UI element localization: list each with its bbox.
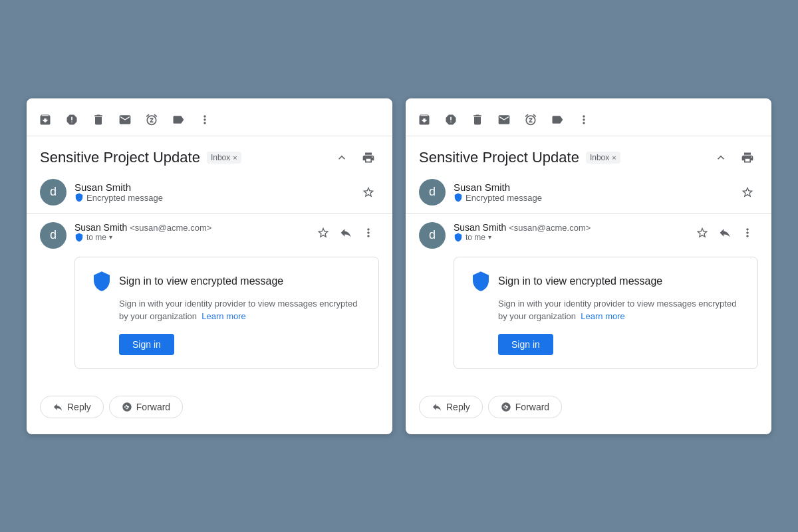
encrypted-label-collapsed-right: Encrypted message xyxy=(466,193,542,203)
encrypted-box-desc-right: Sign in with your identity provider to v… xyxy=(498,297,741,323)
encrypted-row-collapsed-left: Encrypted message xyxy=(74,193,350,203)
spam-icon[interactable] xyxy=(64,112,80,128)
archive-icon[interactable] xyxy=(37,112,53,128)
encrypted-label-collapsed-left: Encrypted message xyxy=(86,193,163,203)
avatar-collapsed-left: d xyxy=(40,179,66,205)
encrypted-box-title-right: Sign in to view encrypted message xyxy=(498,275,662,287)
encrypted-box-desc-left: Sign in with your identity provider to v… xyxy=(119,297,362,323)
star-icon-expanded-left[interactable] xyxy=(313,222,334,243)
encrypted-box-right: Sign in to view encrypted message Sign i… xyxy=(454,257,758,369)
reply-row-right: Reply Forward xyxy=(406,385,771,421)
avatar-expanded-right: d xyxy=(419,222,446,249)
sender-name-collapsed-right: Susan Smith xyxy=(454,182,729,193)
inbox-badge-left: Inbox × xyxy=(207,152,241,164)
subject-row-left: Sensitive Project Update Inbox × xyxy=(27,136,392,174)
star-icon-collapsed-right[interactable] xyxy=(737,182,758,203)
to-me-arrow-right[interactable]: ▾ xyxy=(488,233,491,241)
email-expanded-left: d Susan Smith <susan@acme.com> to me ▾ xyxy=(27,217,392,385)
reply-button-left[interactable]: Reply xyxy=(40,396,104,418)
email-panel-left: Sensitive Project Update Inbox × d Susan… xyxy=(27,98,392,434)
sender-name-collapsed-left: Susan Smith xyxy=(74,182,350,193)
sign-in-button-left[interactable]: Sign in xyxy=(119,334,174,355)
archive-icon-right[interactable] xyxy=(416,112,432,128)
forward-button-left[interactable]: Forward xyxy=(109,396,183,418)
toolbar-left xyxy=(27,109,392,136)
snooze-icon[interactable] xyxy=(144,112,160,128)
sender-collapsed-left: d Susan Smith Encrypted message xyxy=(27,174,392,211)
reply-quick-icon-right[interactable] xyxy=(714,222,735,243)
encrypted-box-title-left: Sign in to view encrypted message xyxy=(119,275,283,287)
sender-expanded-header-left: d Susan Smith <susan@acme.com> to me ▾ xyxy=(40,222,379,249)
label-icon[interactable] xyxy=(170,112,186,128)
star-icon-expanded-right[interactable] xyxy=(692,222,713,243)
sender-collapsed-right: d Susan Smith Encrypted message xyxy=(406,174,771,211)
toolbar-right xyxy=(406,109,771,136)
delete-icon[interactable] xyxy=(90,112,106,128)
more-expanded-icon-right[interactable] xyxy=(737,222,758,243)
sender-actions-right xyxy=(692,222,758,243)
spam-icon-right[interactable] xyxy=(443,112,459,128)
label-icon-right[interactable] xyxy=(549,112,565,128)
email-expanded-right: d Susan Smith <susan@acme.com> to me ▾ xyxy=(406,217,771,385)
subject-row-right: Sensitive Project Update Inbox × xyxy=(406,136,771,174)
avatar-collapsed-right: d xyxy=(419,179,446,205)
avatar-expanded-left: d xyxy=(40,222,66,249)
learn-more-link-right[interactable]: Learn more xyxy=(581,311,624,321)
encrypted-row-collapsed-right: Encrypted message xyxy=(454,193,729,203)
forward-button-right[interactable]: Forward xyxy=(488,396,562,418)
sign-in-button-right[interactable]: Sign in xyxy=(498,334,553,355)
encrypted-box-left: Sign in to view encrypted message Sign i… xyxy=(74,257,379,369)
mark-unread-icon[interactable] xyxy=(117,112,133,128)
reply-row-left: Reply Forward xyxy=(27,385,392,421)
sender-email-right: <susan@acme.com> xyxy=(509,223,591,233)
to-me-row-right: to me ▾ xyxy=(454,233,684,242)
nav-up-icon-right[interactable] xyxy=(710,147,732,168)
more-icon[interactable] xyxy=(197,112,213,128)
email-panel-right: Sensitive Project Update Inbox × d Susan… xyxy=(406,98,771,434)
inbox-badge-close-right[interactable]: × xyxy=(612,154,616,162)
learn-more-link-left[interactable]: Learn more xyxy=(201,311,245,321)
more-expanded-icon-left[interactable] xyxy=(358,222,379,243)
snooze-icon-right[interactable] xyxy=(523,112,539,128)
star-icon-collapsed-left[interactable] xyxy=(358,182,379,203)
encrypted-box-header-left: Sign in to view encrypted message xyxy=(91,271,362,292)
delete-icon-right[interactable] xyxy=(469,112,485,128)
mark-unread-icon-right[interactable] xyxy=(496,112,512,128)
reply-quick-icon-left[interactable] xyxy=(335,222,356,243)
sender-expanded-header-right: d Susan Smith <susan@acme.com> to me ▾ xyxy=(419,222,758,249)
sender-name-expanded-left: Susan Smith <susan@acme.com> xyxy=(74,222,305,233)
inbox-badge-right: Inbox × xyxy=(586,152,620,164)
more-icon-right[interactable] xyxy=(576,112,592,128)
print-icon[interactable] xyxy=(358,147,379,168)
sender-email-left: <susan@acme.com> xyxy=(130,223,211,233)
sender-name-expanded-right: Susan Smith <susan@acme.com> xyxy=(454,222,684,233)
inbox-badge-close-left[interactable]: × xyxy=(233,154,237,162)
encrypted-box-header-right: Sign in to view encrypted message xyxy=(470,271,741,292)
print-icon-right[interactable] xyxy=(737,147,758,168)
nav-up-icon[interactable] xyxy=(331,147,352,168)
to-me-row-left: to me ▾ xyxy=(74,233,305,242)
sender-actions-left xyxy=(313,222,379,243)
reply-button-right[interactable]: Reply xyxy=(419,396,483,418)
subject-title-left: Sensitive Project Update xyxy=(40,149,200,166)
to-me-arrow-left[interactable]: ▾ xyxy=(109,233,112,241)
subject-title-right: Sensitive Project Update xyxy=(419,149,579,166)
